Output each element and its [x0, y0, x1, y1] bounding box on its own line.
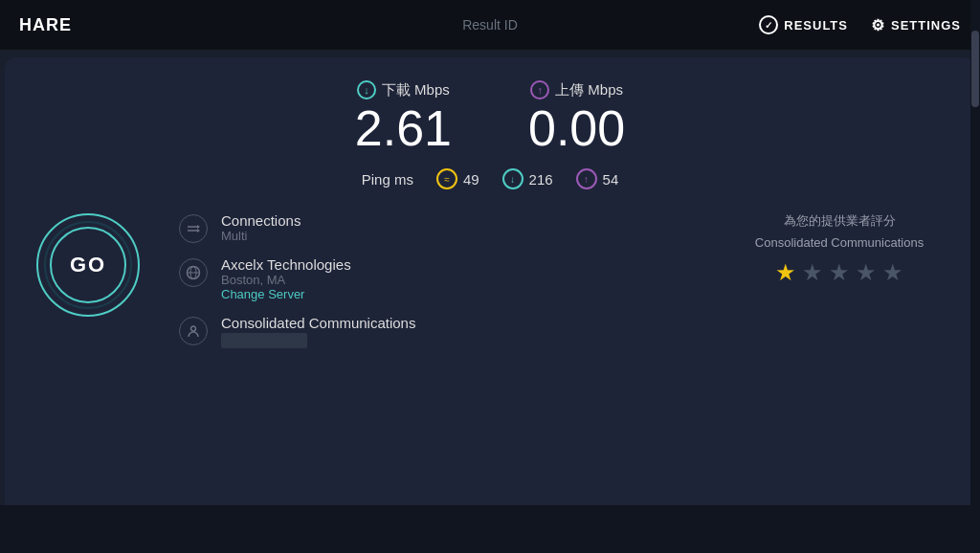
scrollbar[interactable] — [970, 0, 980, 553]
settings-button[interactable]: ⚙ SETTINGS — [871, 16, 961, 34]
gear-icon: ⚙ — [871, 16, 885, 34]
provider-title: Consolidated Communications — [221, 315, 415, 331]
go-button[interactable]: GO — [50, 227, 126, 303]
jitter-icon: ≈ — [436, 168, 457, 189]
download-label: ↓ 下載 Mbps — [355, 80, 452, 100]
jitter-value: 49 — [463, 171, 479, 188]
provider-masked — [221, 333, 307, 348]
download-arrow-icon: ↓ — [357, 80, 376, 100]
jitter-item: ≈ 49 — [436, 168, 479, 189]
main-content: ↓ 下載 Mbps 2.61 ↑ 上傳 Mbps 0.00 Ping ms ≈ … — [5, 57, 975, 513]
server-subtitle: Boston, MA — [221, 273, 351, 287]
rating-section: 為您的提供業者評分 Consolidated Communications ★ … — [734, 212, 945, 286]
download-ping-item: ↓ 216 — [502, 168, 553, 189]
download-ping-icon: ↓ — [502, 168, 523, 189]
rating-title: 為您的提供業者評分 — [734, 212, 945, 230]
svg-marker-1 — [197, 225, 200, 229]
upload-label: ↑ 上傳 Mbps — [528, 80, 625, 100]
provider-row: Consolidated Communications — [179, 315, 696, 348]
server-title: Axcelx Technologies — [221, 256, 351, 273]
upload-ping-item: ↑ 54 — [576, 168, 619, 189]
connections-icon — [179, 214, 208, 243]
star-1[interactable]: ★ — [775, 259, 796, 286]
download-block: ↓ 下載 Mbps 2.61 — [355, 80, 452, 153]
stars-container[interactable]: ★ ★ ★ ★ ★ — [734, 259, 945, 286]
share-label: HARE — [19, 15, 72, 35]
star-3[interactable]: ★ — [829, 259, 850, 286]
result-id-label: Result ID — [462, 17, 518, 33]
star-5[interactable]: ★ — [882, 259, 903, 286]
scrollbar-thumb[interactable] — [971, 31, 979, 107]
top-bar-right: ✓ RESULTS ⚙ SETTINGS — [759, 15, 961, 34]
star-4[interactable]: ★ — [856, 259, 877, 286]
connections-title: Connections — [221, 212, 301, 229]
svg-marker-3 — [197, 229, 200, 232]
person-icon — [179, 317, 208, 345]
check-icon: ✓ — [759, 15, 778, 34]
download-ping-value: 216 — [529, 171, 553, 188]
lower-section: GO Connections Multi — [35, 212, 945, 348]
ping-label: Ping ms — [362, 171, 413, 188]
server-row: Axcelx Technologies Boston, MA Change Se… — [179, 256, 696, 301]
upload-block: ↑ 上傳 Mbps 0.00 — [528, 80, 625, 153]
connections-text: Connections Multi — [221, 212, 301, 243]
download-value: 2.61 — [355, 103, 452, 153]
svg-point-7 — [191, 326, 196, 331]
upload-ping-icon: ↑ — [576, 168, 597, 189]
connections-subtitle: Multi — [221, 229, 301, 243]
upload-arrow-icon: ↑ — [530, 80, 549, 100]
star-2[interactable]: ★ — [802, 259, 823, 286]
provider-text: Consolidated Communications — [221, 315, 415, 348]
speed-section: ↓ 下載 Mbps 2.61 ↑ 上傳 Mbps 0.00 — [35, 80, 945, 153]
server-text: Axcelx Technologies Boston, MA Change Se… — [221, 256, 351, 301]
top-bar: HARE Result ID ✓ RESULTS ⚙ SETTINGS — [0, 0, 980, 50]
results-button[interactable]: ✓ RESULTS — [759, 15, 848, 34]
upload-value: 0.00 — [528, 103, 625, 153]
change-server-link[interactable]: Change Server — [221, 287, 351, 301]
go-container: GO — [35, 212, 141, 318]
info-section: Connections Multi Axcelx Technologies Bo… — [179, 212, 696, 348]
globe-icon — [179, 258, 208, 287]
connections-row: Connections Multi — [179, 212, 696, 243]
upload-ping-value: 54 — [603, 171, 619, 188]
bottom-bar — [0, 505, 980, 553]
rating-provider: Consolidated Communications — [734, 235, 945, 250]
ping-row: Ping ms ≈ 49 ↓ 216 ↑ 54 — [35, 168, 945, 189]
